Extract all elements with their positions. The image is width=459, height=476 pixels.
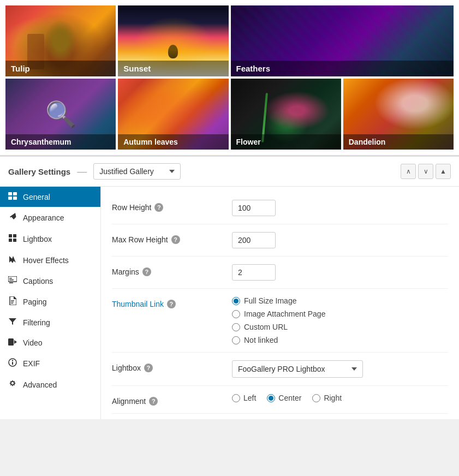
svg-rect-18	[12, 362, 13, 365]
lightbox-control: FooGallery PRO Lightbox None FooBox Magn…	[232, 360, 448, 378]
svg-rect-6	[9, 239, 12, 242]
margins-row: Margins ?	[112, 257, 448, 289]
margins-control	[232, 264, 448, 281]
svg-rect-11	[9, 283, 13, 284]
gallery-caption-feathers: Feathers	[231, 61, 454, 76]
lightbox-row: Lightbox ? FooGallery PRO Lightbox None …	[112, 353, 448, 386]
max-row-height-help[interactable]: ?	[171, 235, 180, 244]
gallery-caption-tulip: Tulip	[5, 61, 116, 76]
sidebar-item-captions[interactable]: Captions	[0, 271, 100, 291]
thumbnail-link-label: Thumbnail Link ?	[112, 296, 232, 308]
arrow-down-button[interactable]: ∨	[418, 164, 433, 179]
gallery-item-chrysanthemum[interactable]: 🔍 Chrysanthemum	[5, 79, 116, 150]
gallery-item-flower[interactable]: Flower	[231, 79, 341, 150]
svg-rect-1	[13, 192, 17, 195]
max-row-height-label: Max Row Height ?	[112, 232, 232, 244]
exif-icon	[8, 358, 17, 368]
arrow-up-button[interactable]: ∧	[401, 164, 416, 179]
svg-point-19	[12, 360, 13, 361]
alignment-control: Left Center Right	[232, 394, 448, 402]
thumbnail-link-control: Full Size Image Image Attachment Page Cu…	[232, 296, 448, 344]
gallery-item-feathers[interactable]: Feathers	[231, 5, 454, 76]
max-row-height-row: Max Row Height ?	[112, 224, 448, 257]
margins-input[interactable]	[232, 264, 276, 281]
svg-rect-4	[9, 234, 12, 237]
sidebar-item-hover-effects[interactable]: Hover Effects	[0, 249, 100, 271]
gallery-caption-sunset: Sunset	[118, 61, 228, 76]
svg-marker-16	[14, 340, 17, 344]
align-center[interactable]: Center	[267, 394, 301, 402]
gallery-caption-chrysanthemum: Chrysanthemum	[5, 134, 116, 150]
sidebar-nav: General Appearance Lightbox Hover Effect…	[0, 187, 101, 419]
row-height-control	[232, 200, 448, 216]
gallery-item-sunset[interactable]: Sunset	[118, 5, 228, 76]
align-right[interactable]: Right	[312, 394, 342, 402]
gallery-item-tulip[interactable]: Tulip	[5, 5, 116, 76]
sidebar-item-video[interactable]: Video	[0, 332, 100, 353]
radio-full-size[interactable]: Full Size Image	[232, 296, 448, 305]
sidebar-item-exif[interactable]: EXIF	[0, 353, 100, 374]
svg-rect-9	[9, 278, 12, 279]
alignment-label: Alignment ?	[112, 394, 232, 406]
content-area: Row Height ? Max Row Height ?	[101, 187, 459, 419]
max-row-height-input[interactable]	[232, 232, 276, 248]
radio-not-linked[interactable]: Not linked	[232, 336, 448, 344]
svg-rect-13	[11, 302, 14, 302]
settings-body: General Appearance Lightbox Hover Effect…	[0, 187, 459, 419]
header-arrows: ∧ ∨ ▲	[401, 164, 451, 179]
margins-help[interactable]: ?	[142, 267, 151, 276]
sidebar-label-filtering: Filtering	[23, 318, 50, 327]
gallery-caption-flower: Flower	[231, 134, 341, 150]
gallery-caption-autumn: Autumn leaves	[118, 134, 228, 150]
filtering-icon	[8, 318, 17, 327]
row-height-help[interactable]: ?	[154, 203, 163, 212]
align-right-label: Right	[324, 394, 342, 402]
lightbox-help[interactable]: ?	[144, 364, 153, 372]
paging-icon	[8, 296, 17, 307]
margins-label: Margins ?	[112, 264, 232, 276]
arrow-collapse-button[interactable]: ▲	[436, 164, 451, 179]
radio-custom-url[interactable]: Custom URL	[232, 323, 448, 331]
radio-full-size-label: Full Size Image	[244, 296, 296, 305]
svg-rect-14	[11, 303, 13, 304]
alignment-help[interactable]: ?	[149, 397, 158, 406]
settings-title: Gallery Settings	[8, 167, 70, 176]
row-height-input[interactable]	[232, 200, 276, 216]
general-icon	[8, 192, 17, 201]
sidebar-label-advanced: Advanced	[23, 380, 57, 389]
settings-dash: —	[77, 166, 87, 177]
hover-effects-icon	[8, 255, 17, 265]
sidebar-item-lightbox[interactable]: Lightbox	[0, 228, 100, 249]
svg-rect-10	[9, 279, 14, 281]
lightbox-select[interactable]: FooGallery PRO Lightbox None FooBox Magn…	[232, 360, 363, 378]
radio-attachment-page[interactable]: Image Attachment Page	[232, 310, 448, 318]
gallery-item-dandelion[interactable]: Dandelion	[343, 79, 454, 150]
sidebar-label-appearance: Appearance	[23, 213, 64, 222]
settings-header: Gallery Settings — Justified Gallery Mas…	[0, 157, 459, 187]
svg-rect-12	[11, 300, 14, 301]
align-left[interactable]: Left	[232, 394, 256, 402]
svg-rect-0	[8, 192, 12, 195]
svg-rect-2	[8, 197, 12, 200]
thumbnail-link-help[interactable]: ?	[167, 300, 176, 308]
gallery-type-select[interactable]: Justified Gallery Masonry Gallery Simple…	[93, 163, 181, 180]
sidebar-item-advanced[interactable]: Advanced	[0, 374, 100, 395]
row-height-label: Row Height ?	[112, 200, 232, 212]
align-center-label: Center	[278, 394, 301, 402]
advanced-icon	[8, 379, 17, 390]
sidebar-label-exif: EXIF	[23, 359, 40, 368]
sidebar-item-paging[interactable]: Paging	[0, 291, 100, 312]
gallery-item-autumn[interactable]: Autumn leaves	[118, 79, 228, 150]
sidebar-item-filtering[interactable]: Filtering	[0, 312, 100, 332]
sidebar-item-general[interactable]: General	[0, 187, 100, 207]
radio-attachment-label: Image Attachment Page	[244, 310, 325, 318]
settings-panel: Gallery Settings — Justified Gallery Mas…	[0, 156, 459, 419]
svg-rect-5	[13, 234, 16, 237]
sidebar-label-video: Video	[23, 338, 43, 347]
lightbox-icon	[8, 234, 17, 244]
svg-rect-8	[8, 276, 17, 282]
sidebar-label-captions: Captions	[23, 277, 53, 285]
sidebar-label-general: General	[23, 193, 50, 201]
align-left-label: Left	[243, 394, 256, 402]
sidebar-item-appearance[interactable]: Appearance	[0, 207, 100, 228]
